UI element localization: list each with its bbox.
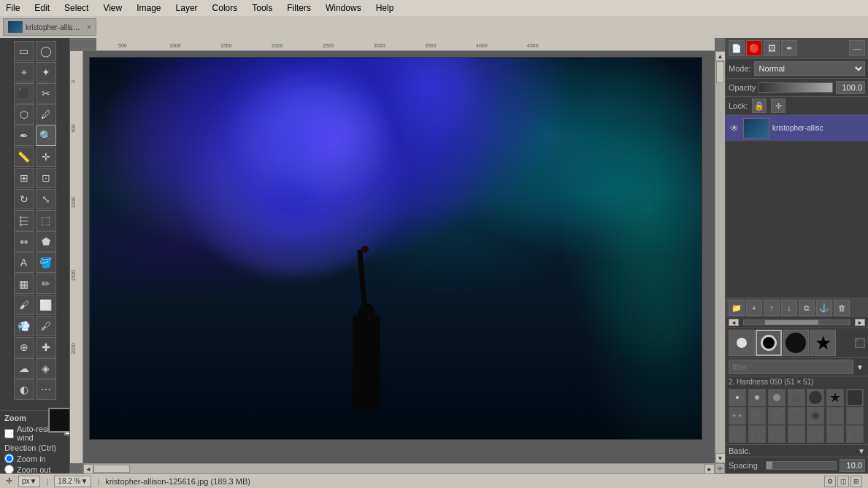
rp-minimize-button[interactable]: — (849, 40, 865, 56)
cage-tool[interactable]: ⬟ (36, 231, 56, 252)
status-icon-3[interactable]: ⊞ (850, 476, 862, 487)
warp-tool[interactable]: ⋯ (36, 379, 56, 400)
layers-icon[interactable]: 🔴 (746, 40, 762, 56)
paintbrush-tool[interactable]: 🖌 (14, 295, 34, 315)
rp-scroll-track[interactable] (743, 319, 850, 325)
zoom-out-radio[interactable] (4, 465, 14, 473)
brush-grid-item-4[interactable] (788, 389, 805, 406)
brush-grid-item-2[interactable] (748, 389, 766, 406)
brush-panel-expand[interactable]: ⬛ (855, 338, 865, 348)
perspective-tool[interactable]: ⬚ (36, 210, 56, 231)
paths-tool[interactable]: 🖊 (36, 104, 56, 125)
brush-grid-item-18[interactable]: ∴ (788, 425, 805, 443)
scissors-select-tool[interactable]: ✂ (36, 83, 56, 104)
zoom-tool active[interactable]: 🔍 (36, 125, 56, 146)
status-icon-2[interactable]: ◫ (837, 476, 849, 487)
brush-grid-item-21[interactable]: ⊹ (846, 425, 864, 443)
brush-filter-arrow[interactable]: ▼ (855, 362, 865, 373)
lock-pixels-button[interactable]: 🔒 (752, 98, 767, 113)
opacity-value[interactable] (836, 81, 865, 94)
brush-grid-item-7[interactable] (846, 389, 864, 406)
brush-grid-item-20[interactable]: ··· (826, 425, 844, 443)
status-icon-1[interactable]: ⚙ (824, 476, 836, 487)
channels-icon[interactable]: 🖼 (764, 40, 780, 56)
color-picker-tool[interactable]: ✒ (14, 125, 34, 146)
menu-filters[interactable]: Filters (284, 2, 314, 14)
brush-grid-item-10[interactable]: ❋ (768, 407, 786, 425)
brush-grid-item-19[interactable]: ⁑ (807, 425, 824, 443)
convolve-tool[interactable]: ◈ (36, 358, 56, 379)
spacing-value[interactable] (840, 459, 865, 472)
brush-grid-item-3[interactable] (768, 389, 786, 406)
brush-grid-item-15[interactable]: ·· (729, 425, 746, 443)
brush-grid-item-6[interactable]: ★ (826, 389, 844, 406)
scroll-left-button[interactable]: ◄ (83, 464, 93, 473)
pencil-tool[interactable]: ✏ (36, 274, 56, 294)
brush-grid-item-13[interactable]: ⁺⁺⁺ (826, 407, 844, 425)
brush-grid-item-9[interactable]: ⁺⁺ (748, 407, 766, 425)
brush-grid-item-16[interactable]: ⁞ (748, 425, 766, 443)
menu-edit[interactable]: Edit (31, 2, 53, 14)
layer-visibility-toggle[interactable]: 👁 (729, 123, 740, 134)
brush-grid-item-8[interactable]: ✦✦ (729, 407, 746, 425)
tab-close-button[interactable]: × (87, 23, 91, 31)
align-tool[interactable]: ⊞ (14, 168, 34, 188)
duplicate-layer-button[interactable]: ⧉ (799, 300, 815, 316)
ellipse-select-tool[interactable]: ◯ (36, 41, 56, 61)
paths-panel-icon[interactable]: ✒ (781, 40, 797, 56)
brush-filter-input[interactable] (729, 360, 853, 374)
menu-layer[interactable]: Layer (173, 2, 201, 14)
rectangle-select-tool[interactable]: ▭ (14, 41, 34, 61)
new-layer-group-button[interactable]: 📁 (729, 300, 745, 316)
menu-colors[interactable]: Colors (210, 2, 241, 14)
horizontal-scroll-track[interactable] (93, 464, 704, 473)
lower-layer-button[interactable]: ↓ (781, 300, 797, 316)
airbrush-tool[interactable]: 💨 (14, 316, 34, 336)
layer-item-0[interactable]: 👁 kristopher-allisc (726, 115, 868, 142)
foreground-color[interactable] (48, 408, 71, 433)
document-icon[interactable]: 📄 (729, 40, 745, 56)
menu-windows[interactable]: Windows (323, 2, 364, 14)
menu-tools[interactable]: Tools (249, 2, 275, 14)
clone-tool[interactable]: ⊕ (14, 337, 34, 357)
brush-grid-item-14[interactable]: ✳ (846, 407, 864, 425)
fuzzy-select-tool[interactable]: ✦ (36, 62, 56, 82)
brush-grid-item-11[interactable]: ⁑⁑ (788, 407, 805, 425)
ink-tool[interactable]: 🖋 (36, 316, 56, 336)
rp-scroll-left[interactable]: ◄ (729, 319, 739, 326)
color-select-tool[interactable]: ⬛ (14, 83, 34, 104)
delete-layer-button[interactable]: 🗑 (834, 300, 850, 316)
brush-preset-circle-outline[interactable] (756, 330, 782, 356)
brush-preset-circle-white[interactable] (729, 330, 755, 356)
image-tab[interactable]: kristopher-allison-125616.jpg × (3, 18, 96, 36)
vertical-scroll-track[interactable] (715, 61, 725, 453)
mode-select[interactable]: Normal (754, 61, 865, 76)
canvas-wrapper[interactable] (83, 51, 715, 463)
move-tool[interactable]: ✛ (36, 147, 56, 167)
dodge-burn-tool[interactable]: ◐ (14, 379, 34, 400)
lock-position-button[interactable]: ✛ (771, 98, 786, 113)
text-tool[interactable]: A (14, 252, 34, 273)
brush-grid-item-17[interactable]: ≋ (768, 425, 786, 443)
measure-tool[interactable]: 📏 (14, 147, 34, 167)
menu-select[interactable]: Select (61, 2, 91, 14)
scroll-right-button[interactable]: ► (704, 464, 715, 473)
rotate-tool[interactable]: ↻ (14, 189, 34, 209)
zoom-level-control[interactable]: 18.2 %▼ (54, 476, 91, 487)
bucket-fill-tool[interactable]: 🪣 (36, 252, 56, 273)
menu-help[interactable]: Help (373, 2, 397, 14)
opacity-slider[interactable] (758, 82, 833, 93)
auto-resize-checkbox[interactable] (4, 429, 14, 438)
brush-grid-item-5[interactable] (807, 389, 824, 406)
brush-preset-circle-black[interactable] (783, 330, 809, 356)
eraser-tool[interactable]: ⬜ (36, 295, 56, 315)
brush-grid-item-1[interactable] (729, 389, 746, 406)
zoom-in-radio[interactable] (4, 454, 14, 463)
scroll-up-button[interactable]: ▲ (715, 51, 726, 61)
rp-scroll-right[interactable]: ► (855, 319, 865, 326)
crop-tool[interactable]: ⊡ (36, 168, 56, 188)
scale-tool[interactable]: ⤡ (36, 189, 56, 209)
brush-grid-item-12[interactable] (807, 407, 824, 425)
blend-tool[interactable]: ▦ (14, 274, 34, 294)
foreground-select-tool[interactable]: ⬡ (14, 104, 34, 125)
